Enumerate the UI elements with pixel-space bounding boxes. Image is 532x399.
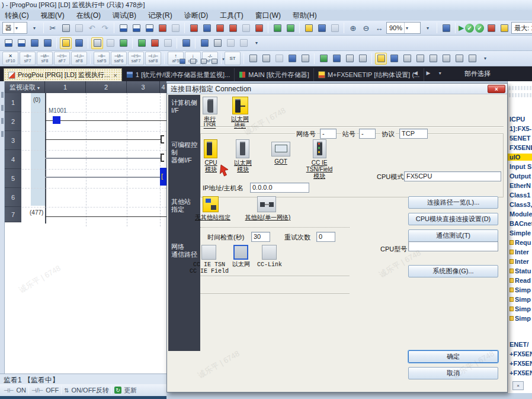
grid-view1-icon[interactable] bbox=[2, 37, 14, 49]
search-coil-icon[interactable] bbox=[357, 53, 368, 65]
cut-icon[interactable]: ✂ bbox=[47, 24, 59, 33]
serial-usb-tile[interactable] bbox=[203, 97, 217, 114]
mini-table-icon[interactable] bbox=[199, 57, 209, 66]
run-icon[interactable]: ▶ bbox=[459, 24, 464, 32]
monitor-stop-icon[interactable] bbox=[284, 22, 296, 34]
grid-view4-icon[interactable] bbox=[41, 37, 53, 49]
ladder-editor[interactable]: 监视读取 ▾ 1 2 3 4 1 2 3 4 5 6 7 (0) M1001 [… bbox=[5, 81, 166, 374]
tree-item[interactable]: FX5ENE bbox=[509, 144, 532, 151]
time-check-field[interactable]: 30 bbox=[251, 232, 270, 242]
tree-item[interactable]: Simp bbox=[509, 286, 532, 293]
mini-font-icon[interactable] bbox=[210, 57, 219, 66]
ethernet-path-tile[interactable] bbox=[233, 245, 248, 260]
clock-diag-icon[interactable] bbox=[498, 22, 510, 34]
find-window-icon[interactable] bbox=[73, 37, 85, 49]
tree-item-selected[interactable]: uIO bbox=[508, 154, 532, 161]
watch-on-button[interactable]: ON bbox=[16, 387, 26, 394]
insert-row-icon[interactable] bbox=[299, 53, 311, 65]
align-left-icon[interactable] bbox=[414, 53, 426, 65]
search-contact-icon[interactable] bbox=[344, 53, 355, 65]
tree-item[interactable]: Input S bbox=[509, 163, 532, 170]
watch-refresh-button[interactable]: 更新 bbox=[124, 386, 137, 395]
statement-display-icon[interactable] bbox=[238, 37, 249, 49]
device-monitor-icon[interactable] bbox=[117, 22, 129, 34]
other-station-single-tile[interactable] bbox=[257, 196, 276, 212]
tree-item[interactable]: BACnet bbox=[509, 220, 532, 227]
copy-icon[interactable] bbox=[60, 22, 72, 34]
comment-display-icon[interactable] bbox=[225, 37, 236, 49]
menu-record[interactable]: 记录(R) bbox=[148, 11, 172, 21]
tree-item[interactable]: 5ENET bbox=[509, 135, 532, 142]
toolbar-overflow-icon[interactable]: ▾ bbox=[422, 25, 434, 31]
stamp3-icon[interactable] bbox=[273, 53, 285, 65]
device-batch-monitor-icon[interactable] bbox=[130, 22, 142, 34]
build-icon[interactable] bbox=[162, 37, 174, 49]
tree-item[interactable]: Requ bbox=[509, 239, 532, 246]
navigation-window-icon[interactable] bbox=[60, 37, 72, 49]
ccie-path-label[interactable]: CC IE TSN CC IE Field bbox=[186, 261, 232, 274]
scan-time-combo[interactable]: 最大: 1.131ms▾ bbox=[511, 22, 532, 34]
open-contact-icon[interactable]: ⊣⊢sF7 bbox=[20, 52, 36, 65]
undo-icon[interactable]: ↶ bbox=[86, 24, 98, 33]
device-write-icon[interactable] bbox=[156, 22, 168, 34]
grid-view2-icon[interactable] bbox=[15, 37, 27, 49]
wrap-icon[interactable] bbox=[440, 53, 452, 65]
window-cascade-icon[interactable] bbox=[440, 22, 452, 34]
menu-help[interactable]: 帮助(H) bbox=[293, 11, 317, 21]
tree-item[interactable]: Statu bbox=[509, 267, 532, 274]
open-branch-icon[interactable]: ⊣⊢saF5 bbox=[94, 52, 110, 65]
verify-icon[interactable] bbox=[214, 22, 226, 34]
tree-item[interactable]: Class3, bbox=[509, 201, 532, 208]
ethernet-module-label[interactable]: 以太网 模块 bbox=[229, 159, 257, 173]
zoom-in-icon[interactable]: ⊕ bbox=[347, 24, 359, 33]
ccie-module-label[interactable]: CC IE TSN/Field 模块 bbox=[299, 159, 340, 179]
online-change-icon[interactable] bbox=[303, 22, 315, 34]
cpu-module-tile[interactable] bbox=[204, 139, 217, 158]
tree-item[interactable]: Simp bbox=[509, 296, 532, 303]
toolbar-overflow-icon[interactable]: ▾ bbox=[28, 25, 40, 31]
tree-item[interactable]: 1]:FX5- bbox=[509, 125, 532, 132]
got-tile[interactable] bbox=[271, 142, 290, 157]
jump-icon[interactable] bbox=[331, 53, 342, 65]
menu-debug[interactable]: 调试(B) bbox=[113, 11, 136, 21]
mini-list-icon[interactable] bbox=[188, 57, 198, 66]
tree-item[interactable]: +FX5EN bbox=[509, 360, 532, 367]
falling-contact-icon[interactable]: ⊣↓⊢aF8 bbox=[71, 52, 87, 65]
ccie-path-tile[interactable] bbox=[201, 245, 216, 260]
network-diag-icon[interactable] bbox=[485, 22, 497, 34]
menu-window[interactable]: 窗口(W) bbox=[255, 11, 281, 21]
device-statement-icon[interactable] bbox=[388, 53, 400, 65]
communication-test-button[interactable]: 通信测试(T) bbox=[408, 229, 498, 242]
note-icon[interactable] bbox=[401, 53, 413, 65]
closed-branch-icon[interactable]: ⊣/⊢saF6 bbox=[111, 52, 127, 65]
read-from-plc-icon[interactable] bbox=[201, 22, 213, 34]
close-icon[interactable]: × bbox=[113, 72, 117, 79]
watch-start-icon[interactable] bbox=[253, 22, 265, 34]
dialog-close-button[interactable]: × bbox=[488, 85, 505, 93]
no-other-station-tile[interactable] bbox=[203, 196, 219, 212]
tree-item[interactable]: Output bbox=[509, 173, 532, 180]
menu-diagnostics[interactable]: 诊断(D) bbox=[184, 11, 209, 21]
search-zoom-icon[interactable] bbox=[211, 37, 223, 49]
tree-item[interactable]: Class1 bbox=[509, 191, 532, 199]
tree-item[interactable]: EtherN bbox=[509, 182, 532, 189]
screen-monitor-icon[interactable] bbox=[198, 37, 210, 49]
menu-online[interactable]: 在线(O) bbox=[76, 11, 101, 21]
zoom-fit-icon[interactable]: ↔ bbox=[373, 24, 385, 33]
docked-pane-edge[interactable] bbox=[0, 81, 5, 374]
monitor-start-icon[interactable] bbox=[271, 22, 283, 34]
other-station-single-label[interactable]: 其他站(单一网络) bbox=[239, 214, 296, 221]
watch-off-button[interactable]: OFF bbox=[46, 387, 59, 394]
tree-item[interactable]: +FX5EN bbox=[509, 350, 532, 357]
write-to-plc-icon[interactable] bbox=[188, 22, 200, 34]
tree-item[interactable]: ICPU bbox=[509, 116, 532, 123]
tab-main-device-memory[interactable]: MAIN [软元件存储器] bbox=[235, 68, 314, 81]
tree-item[interactable]: Inter bbox=[509, 248, 532, 256]
redo-icon[interactable]: ↷ bbox=[99, 24, 111, 33]
retry-field[interactable]: 0 bbox=[316, 232, 335, 242]
toolbar-overflow-icon[interactable]: ▾ bbox=[251, 40, 262, 46]
menu-tools[interactable]: 工具(T) bbox=[220, 11, 243, 21]
remote-operation-icon[interactable] bbox=[227, 22, 239, 34]
docking-window2-icon[interactable] bbox=[117, 37, 129, 49]
selected-coil-cell[interactable]: [ bbox=[160, 168, 166, 186]
